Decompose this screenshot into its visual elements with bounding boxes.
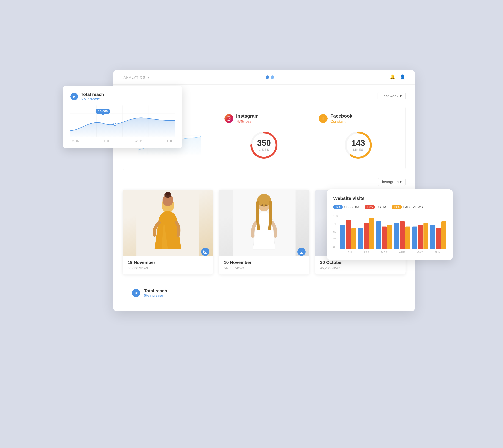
bar-feb-users xyxy=(364,223,369,249)
bar-x-labels: JAN FEB MAR APR MAY JUN xyxy=(340,251,446,254)
nav-icons: 🔔 👤 xyxy=(390,74,406,80)
total-reach-strip: ★ Total reach 5% increase xyxy=(123,282,406,304)
instagram-filter-button[interactable]: Instagram ▾ xyxy=(378,178,406,186)
x-label-may: MAY xyxy=(411,251,429,254)
bar-chart xyxy=(340,214,446,249)
x-label-feb: FEB xyxy=(358,251,376,254)
post-1-platform-badge xyxy=(201,248,209,256)
bell-icon[interactable]: 🔔 xyxy=(390,74,395,80)
bar-jan-sessions xyxy=(340,225,345,249)
facebook-card: f Facebook Constant xyxy=(311,106,405,170)
post-1-date: 19 November xyxy=(128,260,208,265)
reach-card-stat: 5% increase xyxy=(81,97,104,101)
legend-sessions: -6% SESSIONS xyxy=(333,205,360,209)
post-3-date: 30 October xyxy=(320,260,401,265)
bar-group-apr xyxy=(394,221,410,249)
bar-mar-sessions xyxy=(376,221,381,249)
bar-may-sessions xyxy=(412,226,417,249)
bar-jan-pageviews xyxy=(351,228,356,249)
svg-point-29 xyxy=(205,251,206,253)
facebook-likes-count: 143 xyxy=(351,139,365,147)
svg-rect-36 xyxy=(300,250,303,254)
svg-rect-16 xyxy=(227,117,231,120)
bar-group-feb xyxy=(358,218,375,249)
post-card-1: 19 November 88,858 views xyxy=(123,190,213,274)
bar-jun-sessions xyxy=(430,225,435,249)
bar-group-mar xyxy=(376,221,392,249)
x-label-tue: TUE xyxy=(104,139,110,143)
total-reach-stat: 5% increase xyxy=(144,293,167,298)
post-2-views: 54,003 views xyxy=(224,266,304,270)
instagram-title: Instagram xyxy=(236,113,259,119)
x-label-thu: THU xyxy=(167,139,173,143)
svg-point-17 xyxy=(228,118,230,119)
post-image-2 xyxy=(219,190,309,256)
period-button[interactable]: Last week ▾ xyxy=(377,92,406,100)
svg-point-35 xyxy=(265,204,267,206)
svg-point-34 xyxy=(261,204,263,206)
svg-point-33 xyxy=(257,194,271,207)
legend-pageviews: 10% PAGE VIEWS xyxy=(392,205,423,209)
nav-dots xyxy=(266,76,274,79)
facebook-circle: 143 LIKES xyxy=(343,129,374,161)
post-image-1 xyxy=(123,190,213,256)
total-reach-title: Total reach xyxy=(144,288,167,293)
reach-card-icon: ★ xyxy=(70,93,78,100)
svg-rect-28 xyxy=(204,250,207,254)
bar-apr-sessions xyxy=(394,223,399,249)
bar-may-pageviews xyxy=(424,223,428,249)
bar-feb-sessions xyxy=(358,228,363,249)
x-label-jun: JUN xyxy=(429,251,446,254)
line-chart-area: 10,000 xyxy=(70,105,175,137)
pageviews-label: PAGE VIEWS xyxy=(403,205,423,209)
post-3-views: 45,236 views xyxy=(320,266,401,270)
website-visits-card: Website visits -6% SESSIONS +5% USERS 10… xyxy=(327,190,453,260)
total-reach-icon: ★ xyxy=(132,289,140,297)
users-badge: +5% xyxy=(365,205,375,209)
bar-group-jan xyxy=(340,220,356,249)
line-chart-svg xyxy=(70,105,175,137)
post-2-date: 10 November xyxy=(224,260,304,265)
instagram-likes-count: 350 xyxy=(257,139,271,147)
post-card-2: 10 November 54,003 views xyxy=(219,190,309,274)
bar-jan-users xyxy=(346,220,351,249)
post-1-views: 88,858 views xyxy=(128,266,208,270)
svg-point-30 xyxy=(206,251,206,251)
bar-group-may xyxy=(412,223,428,249)
user-icon[interactable]: 👤 xyxy=(400,74,406,80)
bar-mar-pageviews xyxy=(387,225,392,249)
sessions-label: SESSIONS xyxy=(344,205,360,209)
bar-apr-users xyxy=(400,221,405,249)
facebook-likes-label: LIKES xyxy=(351,148,365,152)
instagram-circle: 350 LIKES xyxy=(248,129,280,161)
facebook-icon: f xyxy=(319,114,328,123)
visits-title: Website visits xyxy=(333,196,446,201)
post-2-platform-badge xyxy=(298,248,306,256)
svg-point-27 xyxy=(166,192,170,195)
facebook-title: Facebook xyxy=(330,113,352,119)
nav-bar: ANALYTICS ▾ 🔔 👤 xyxy=(113,70,415,85)
x-label-jan: JAN xyxy=(340,251,358,254)
instagram-icon xyxy=(224,114,233,123)
bar-group-jun xyxy=(430,221,446,249)
bar-feb-pageviews xyxy=(369,218,375,249)
instagram-card: Instagram 75% loss 350 LIKES xyxy=(217,106,311,170)
floating-reach-card: ★ Total reach 5% increase 10,000 xyxy=(63,86,182,148)
svg-point-37 xyxy=(301,251,302,253)
users-label: USERS xyxy=(377,205,387,209)
chart-tooltip: 10,000 xyxy=(95,109,110,114)
sessions-badge: -6% xyxy=(333,205,343,209)
visits-legend: -6% SESSIONS +5% USERS 10% PAGE VIEWS xyxy=(333,205,446,209)
x-label-mar: MAR xyxy=(376,251,393,254)
bar-jun-users xyxy=(436,228,441,249)
app-title[interactable]: ANALYTICS ▾ xyxy=(123,75,150,80)
nav-dot-lightblue xyxy=(271,76,274,79)
svg-point-38 xyxy=(302,251,303,251)
facebook-stat: Constant xyxy=(330,119,352,124)
chart-x-labels: MON TUE WED THU xyxy=(70,139,175,143)
x-label-apr: APR xyxy=(393,251,411,254)
reach-card-title: Total reach xyxy=(81,92,104,97)
instagram-likes-label: LIKES xyxy=(257,148,271,152)
bar-may-users xyxy=(418,225,423,249)
pageviews-badge: 10% xyxy=(392,205,402,209)
